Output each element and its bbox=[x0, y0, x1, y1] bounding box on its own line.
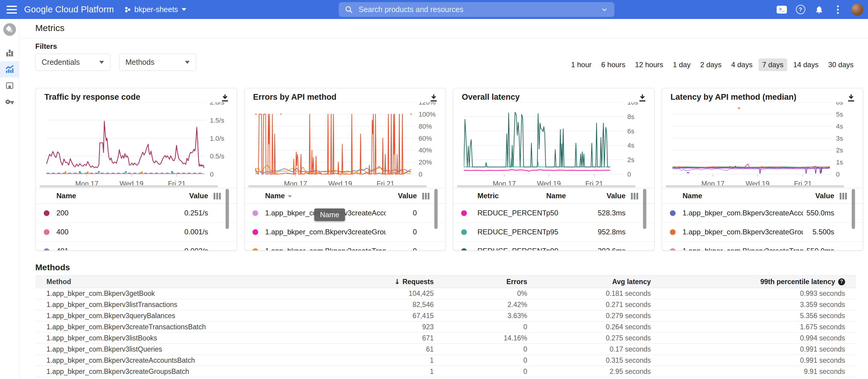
legend-col-name[interactable]: Name bbox=[265, 192, 292, 200]
legend-header: Name Value bbox=[245, 188, 445, 204]
legend-row[interactable]: REDUCE_PERCENTILE_95p95952.8ms bbox=[453, 222, 654, 242]
horizontal-scrollbar[interactable] bbox=[665, 185, 844, 187]
table-cell: 14.16% bbox=[434, 334, 527, 342]
product-logo[interactable]: Google Cloud Platform bbox=[24, 4, 114, 14]
more-options-icon[interactable] bbox=[832, 4, 843, 15]
legend-col-value[interactable]: Value bbox=[398, 192, 417, 200]
column-picker-icon[interactable] bbox=[840, 193, 847, 200]
table-cell: 0 bbox=[434, 323, 527, 331]
svg-text:6s: 6s bbox=[627, 128, 634, 135]
legend-row[interactable]: 1.app_bkper_com.Bkperv3createGroupsBatch… bbox=[662, 222, 863, 242]
project-selector[interactable]: bkper-sheets bbox=[124, 5, 187, 14]
search-bar[interactable] bbox=[339, 2, 614, 17]
avatar[interactable] bbox=[851, 4, 863, 16]
col-requests[interactable]: ↓Requests bbox=[334, 278, 434, 286]
notifications-icon[interactable] bbox=[814, 4, 825, 15]
legend-value: 0.001/s bbox=[184, 228, 208, 236]
download-icon[interactable] bbox=[220, 93, 230, 103]
time-range-30-days[interactable]: 30 days bbox=[825, 59, 857, 71]
vertical-scrollbar[interactable] bbox=[226, 189, 229, 229]
download-icon[interactable] bbox=[429, 93, 439, 103]
sidebar-item-overview[interactable] bbox=[0, 45, 19, 61]
table-cell: 0.181 seconds bbox=[527, 289, 651, 298]
legend-metric: REDUCE_PERCENTILE_99 bbox=[477, 247, 546, 251]
series-color-dot bbox=[252, 229, 258, 235]
column-picker-icon[interactable] bbox=[214, 193, 221, 200]
legend-col-name[interactable]: Name bbox=[683, 192, 702, 200]
sidebar-item-credentials[interactable] bbox=[0, 94, 19, 110]
series-color-dot bbox=[44, 248, 50, 251]
card-title: Traffic by response code bbox=[44, 93, 140, 102]
table-cell: 0.279 seconds bbox=[527, 312, 651, 320]
horizontal-scrollbar[interactable] bbox=[248, 185, 427, 187]
vertical-scrollbar[interactable] bbox=[643, 189, 646, 229]
sidebar-item-metrics[interactable] bbox=[0, 61, 19, 77]
chevron-down-icon bbox=[99, 61, 104, 64]
chart-canvas: 120%100%80%60%40%20%0Mon 17Wed 19Fri 21 bbox=[255, 102, 442, 190]
search-input[interactable] bbox=[358, 5, 600, 14]
sidebar-item-quotas[interactable] bbox=[0, 77, 19, 94]
legend-value: 0 bbox=[413, 247, 417, 251]
download-icon[interactable] bbox=[637, 93, 648, 103]
legend-col-name[interactable]: Name bbox=[56, 192, 76, 200]
methods-dropdown[interactable]: Methods bbox=[119, 54, 196, 71]
legend-col-metric[interactable]: Metric bbox=[477, 192, 546, 200]
time-range-14-days[interactable]: 14 days bbox=[789, 59, 822, 71]
traffic-chart[interactable]: 2.0/s1.5/s1.0/s0.5/s0Mon 17Wed 19Fri 21 bbox=[46, 102, 234, 190]
credentials-dropdown[interactable]: Credentials bbox=[35, 54, 111, 71]
legend-col-value[interactable]: Value bbox=[607, 192, 625, 200]
column-picker-icon[interactable] bbox=[631, 193, 638, 200]
legend-value: 392.6ms bbox=[598, 247, 625, 251]
legend-row[interactable]: 2000.251/s bbox=[36, 204, 237, 222]
time-range-12-hours[interactable]: 12 hours bbox=[631, 59, 667, 71]
horizontal-scrollbar[interactable] bbox=[39, 185, 218, 187]
errors-chart[interactable]: 120%100%80%60%40%20%0Mon 17Wed 19Fri 21 bbox=[255, 102, 442, 190]
help-icon[interactable]: ? bbox=[838, 278, 845, 285]
vertical-scrollbar[interactable] bbox=[852, 189, 855, 229]
col-p99-latency[interactable]: 99th percentile latency? bbox=[651, 278, 856, 286]
table-row: 1.app_bkper_com.Bkperv3createAccountsBat… bbox=[36, 355, 856, 366]
search-expand-icon[interactable] bbox=[600, 6, 608, 13]
cloud-shell-icon[interactable]: >_ bbox=[776, 4, 787, 15]
time-range-7-days[interactable]: 7 days bbox=[758, 59, 787, 71]
col-errors[interactable]: Errors bbox=[434, 278, 527, 286]
legend-row[interactable]: REDUCE_PERCENTILE_50p50528.3ms bbox=[453, 204, 654, 222]
legend-col-value[interactable]: Value bbox=[189, 192, 208, 200]
vertical-scrollbar[interactable] bbox=[434, 189, 438, 229]
legend-row[interactable]: 1.app_bkper_com.Bkperv3createTransactio.… bbox=[662, 242, 863, 251]
sort-descending-icon: ↓ bbox=[394, 278, 400, 286]
legend-row[interactable]: 4010.002/s bbox=[36, 242, 237, 251]
col-method[interactable]: Method bbox=[36, 278, 334, 286]
time-range-6-hours[interactable]: 6 hours bbox=[598, 59, 629, 71]
legend-col-value[interactable]: Value bbox=[815, 192, 834, 200]
table-cell: 1.app_bkper_com.Bkperv3createTransaction… bbox=[36, 323, 334, 331]
table-cell: 0 bbox=[434, 345, 527, 353]
svg-text:60%: 60% bbox=[418, 135, 432, 142]
median-latency-chart[interactable]: 6s5s4s3s2s1s0Mon 17Wed 19Fri 21 bbox=[673, 102, 860, 190]
api-service-logo[interactable] bbox=[0, 22, 19, 38]
time-range-4-days[interactable]: 4 days bbox=[727, 59, 756, 71]
legend-row[interactable]: 1.app_bkper_com.Bkperv3createAccountsB..… bbox=[662, 204, 863, 222]
horizontal-scrollbar[interactable] bbox=[457, 185, 636, 187]
download-icon[interactable] bbox=[846, 93, 856, 103]
time-range-1-hour[interactable]: 1 hour bbox=[567, 59, 595, 71]
legend-row[interactable]: 1.app_bkper_com.Bkperv3createGroupsBatch… bbox=[245, 222, 445, 242]
col-avg-latency[interactable]: Avg latency bbox=[527, 278, 651, 286]
time-range-1-day[interactable]: 1 day bbox=[669, 59, 694, 71]
column-picker-icon[interactable] bbox=[422, 193, 430, 200]
legend-row[interactable]: 1.app_bkper_com.Bkperv3createTransactio.… bbox=[245, 242, 445, 251]
svg-text:6s: 6s bbox=[836, 102, 843, 106]
legend-value: 0 bbox=[413, 209, 417, 217]
svg-text:40%: 40% bbox=[418, 146, 432, 154]
chart-canvas: 2.0/s1.5/s1.0/s0.5/s0Mon 17Wed 19Fri 21 bbox=[46, 102, 234, 190]
latency-chart[interactable]: 10s8s6s4s2s0Mon 17Wed 19Fri 21 bbox=[464, 102, 651, 190]
legend-row[interactable]: 4000.001/s bbox=[36, 222, 237, 242]
svg-text:0: 0 bbox=[627, 171, 631, 178]
menu-icon[interactable] bbox=[7, 6, 17, 13]
legend-row[interactable]: REDUCE_PERCENTILE_99p99392.6ms bbox=[453, 242, 654, 251]
sidebar bbox=[0, 19, 19, 379]
help-icon[interactable]: ? bbox=[795, 4, 806, 15]
legend-col-name[interactable]: Name bbox=[546, 192, 591, 200]
time-range-2-days[interactable]: 2 days bbox=[697, 59, 725, 71]
table-cell: 1.app_bkper_com.Bkperv3createAccountsBat… bbox=[36, 356, 334, 365]
